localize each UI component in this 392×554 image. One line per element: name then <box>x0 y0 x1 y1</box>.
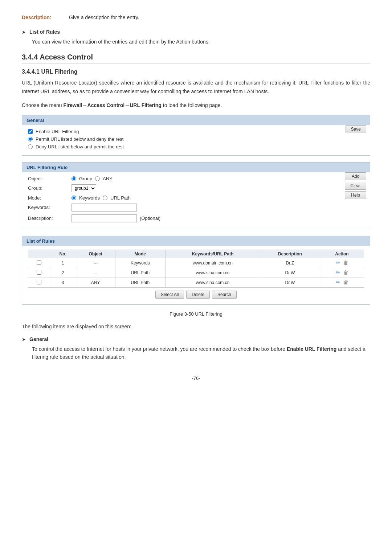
figure-caption: Figure 3-50 URL Filtering <box>22 311 370 317</box>
table-row: 3ANYURL Pathwww.sina.com.cnDr.W✏🗑 <box>28 278 364 287</box>
permit-radio[interactable] <box>28 137 33 141</box>
object-group-radio[interactable] <box>72 176 76 181</box>
keywords-row: Keywords: <box>28 204 364 212</box>
keywords-label: Keywords: <box>28 205 72 210</box>
menu-path-prefix: Choose the menu <box>22 102 63 108</box>
description-input[interactable] <box>72 214 137 222</box>
list-of-rules-bullet: ➤ List of Rules <box>22 29 370 35</box>
section-heading: 3.4.4 Access Control <box>22 53 370 63</box>
col-object: Object <box>76 250 115 258</box>
object-any-radio[interactable] <box>95 176 100 181</box>
action-cell: ✏🗑 <box>320 268 364 278</box>
following-items-text: The following items are displayed on thi… <box>22 323 370 331</box>
col-mode: Mode <box>115 250 165 258</box>
url-rule-panel-header: URL Filtering Rule <box>22 163 370 172</box>
object-group-label: Group <box>79 176 92 181</box>
table-row: 1---Keywordswww.domain.com.cnDr.Z✏🗑 <box>28 258 364 268</box>
list-of-rules-panel-header: List of Rules <box>22 236 370 246</box>
row-checkbox[interactable] <box>37 260 41 265</box>
keywords-controls <box>72 204 364 212</box>
delete-icon[interactable]: 🗑 <box>343 270 349 276</box>
list-of-rules-panel-body: No.ObjectModeKeywords/URL PathDescriptio… <box>22 246 370 304</box>
description-form-row: Description: (Optional) <box>28 214 364 222</box>
object-any-label: ANY <box>103 176 113 181</box>
mode-urlpath-label: URL Path <box>110 195 131 201</box>
table-header-row: No.ObjectModeKeywords/URL PathDescriptio… <box>28 250 364 258</box>
list-of-rules-body: You can view the information of the entr… <box>32 38 370 46</box>
general-bullet-body: To control the access to Internet for ho… <box>32 345 370 361</box>
list-of-rules-title: List of Rules <box>29 29 60 35</box>
group-controls: group1 <box>72 184 364 192</box>
description-row: Description: Give a description for the … <box>22 15 370 20</box>
menu-path-text: Choose the menu Firewall→Access Control→… <box>22 101 370 110</box>
optional-label: (Optional) <box>140 216 160 221</box>
object-label: Object: <box>28 176 72 181</box>
group-select[interactable]: group1 <box>72 184 96 192</box>
edit-icon[interactable]: ✏ <box>335 270 341 276</box>
col-description: Description <box>260 250 320 258</box>
description-label: Description: <box>22 15 62 20</box>
select-all-button[interactable]: Select All <box>155 291 184 299</box>
url-filtering-rule-panel: URL Filtering Rule Add Clear Help Object… <box>22 162 370 229</box>
edit-icon[interactable]: ✏ <box>335 279 341 286</box>
table-row: 2---URL Pathwww.sina.com.cnDr.W✏🗑 <box>28 268 364 278</box>
clear-button[interactable]: Clear <box>345 182 366 190</box>
col-keywordsurlpath: Keywords/URL Path <box>165 250 260 258</box>
col-no: No. <box>50 250 76 258</box>
col-action: Action <box>320 250 364 258</box>
rules-table: No.ObjectModeKeywords/URL PathDescriptio… <box>28 250 364 288</box>
url-rule-panel-body: Add Clear Help Object: Group ANY Group: … <box>22 172 370 229</box>
object-controls: Group ANY <box>72 176 364 181</box>
menu-path-bold: Firewall→Access Control→URL Filtering <box>63 102 161 108</box>
add-button[interactable]: Add <box>345 172 366 180</box>
deny-radio[interactable] <box>28 144 33 149</box>
object-row: Object: Group ANY <box>28 176 364 181</box>
save-button[interactable]: Save <box>346 125 366 133</box>
help-button[interactable]: Help <box>345 191 366 199</box>
general-bullet-title: General <box>29 336 48 342</box>
mode-row: Mode: Keywords URL Path <box>28 195 364 201</box>
group-label: Group: <box>28 185 72 191</box>
side-buttons: Add Clear Help <box>345 172 366 199</box>
menu-path-suffix: to load the following page. <box>162 102 222 108</box>
arrow-icon-2: ➤ <box>22 337 26 342</box>
table-actions: Select All Delete Search <box>28 291 364 301</box>
general-panel: General Save Enable URL Filtering Permit… <box>22 115 370 156</box>
edit-icon[interactable]: ✏ <box>335 260 341 266</box>
action-cell: ✏🗑 <box>320 278 364 287</box>
group-row: Group: group1 <box>28 184 364 192</box>
mode-keywords-label: Keywords <box>79 195 100 201</box>
general-bullet: ➤ General <box>22 336 370 342</box>
delete-button[interactable]: Delete <box>186 291 210 299</box>
deny-radio-label: Deny URL listed below and permit the res… <box>36 144 124 149</box>
general-panel-body: Save Enable URL Filtering Permit URL lis… <box>22 125 370 155</box>
permit-radio-label: Permit URL listed below and deny the res… <box>36 136 123 142</box>
row-checkbox[interactable] <box>37 280 41 284</box>
action-cell: ✏🗑 <box>320 258 364 268</box>
mode-keywords-radio[interactable] <box>72 196 76 200</box>
general-bullet-body1: To control the access to Internet for ho… <box>32 346 287 352</box>
description-form-label: Description: <box>28 216 72 221</box>
page-number: -76- <box>22 376 370 381</box>
mode-controls: Keywords URL Path <box>72 195 364 201</box>
permit-radio-row: Permit URL listed below and deny the res… <box>28 136 364 142</box>
row-checkbox[interactable] <box>37 270 41 275</box>
delete-icon[interactable]: 🗑 <box>343 279 349 286</box>
subsection-heading: 3.4.4.1 URL Filtering <box>22 69 370 75</box>
arrow-icon: ➤ <box>22 29 26 35</box>
col-checkbox <box>28 250 50 258</box>
keywords-input[interactable] <box>72 204 137 212</box>
description-controls: (Optional) <box>72 214 364 222</box>
deny-radio-row: Deny URL listed below and permit the res… <box>28 144 364 149</box>
search-button[interactable]: Search <box>212 291 237 299</box>
list-of-rules-panel: List of Rules No.ObjectModeKeywords/URL … <box>22 236 370 305</box>
enable-url-filtering-checkbox[interactable] <box>28 129 33 134</box>
mode-label: Mode: <box>28 195 72 201</box>
delete-icon[interactable]: 🗑 <box>343 260 349 266</box>
body-paragraph: URL (Uniform Resource Locator) specifies… <box>22 79 370 96</box>
enable-url-filtering-label: Enable URL Filtering <box>36 129 79 134</box>
mode-urlpath-radio[interactable] <box>103 196 107 200</box>
enable-url-filtering-row: Enable URL Filtering <box>28 129 364 134</box>
save-btn-container: Save <box>346 125 366 133</box>
description-text: Give a description for the entry. <box>69 15 139 20</box>
